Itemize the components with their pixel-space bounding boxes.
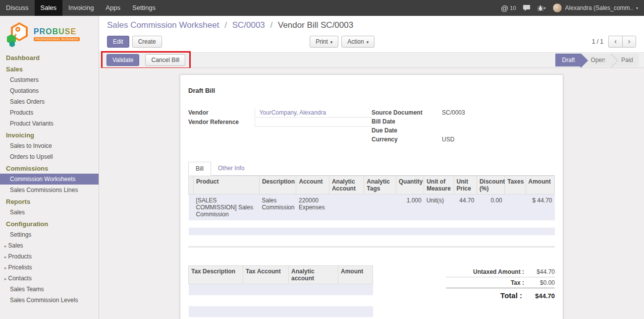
validate-button[interactable]: Validate [107,54,139,66]
column-header-analytic-tags[interactable]: Analytic Tags [364,176,396,194]
cell-unit-price: 44.70 [454,194,477,221]
cell-analytic-tags [364,194,396,221]
sidebar-item-config-sales[interactable]: ▸Sales [0,240,99,251]
total-value: $44.70 [522,292,555,300]
topbar-menu-apps[interactable]: Apps [100,0,126,16]
expand-caret-icon: ▸ [4,244,7,249]
sidebar-item-reports-sales[interactable]: Sales [0,207,99,218]
pager-next-button[interactable]: › [622,36,636,48]
totals-block: Untaxed Amount : $44.70 Tax : $0.00 Tota… [446,265,555,301]
print-button[interactable]: Print▾ [310,36,338,48]
column-header-account[interactable]: Account [296,176,329,194]
sidebar-item-sales-teams[interactable]: Sales Teams [0,284,99,295]
probuse-hexagon-icon [6,22,30,47]
user-menu[interactable]: Alexandra (Sales_comm.. ▾ [552,3,638,13]
main-content: Sales Commission Worksheet / SC/0003 / V… [99,16,644,319]
sidebar-item-sales-commissions-lines[interactable]: Sales Commissions Lines [0,185,99,195]
form-sheet: Draft Bill Vendor YourCompany, Alexandra… [180,74,563,319]
bill-date-value [442,117,555,126]
sidebar-heading-commissions[interactable]: Commissions [0,162,99,174]
column-header-uom[interactable]: Unit of Measure [424,176,454,194]
invoice-line-row[interactable]: [SALES COMMISSION] Sales Commission Sale… [189,194,555,221]
mentions-button[interactable]: @ 10 [501,4,516,12]
sidebar-item-sales-to-invoice[interactable]: Sales to Invoice [0,140,99,151]
topbar-menu-sales[interactable]: Sales [35,0,63,16]
systray: @ 10 ▾ Alexandra (Sales_comm.. ▾ [501,0,644,16]
cancel-bill-button[interactable]: Cancel Bill [145,54,185,66]
column-header-analytic-account[interactable]: Analytic Account [329,176,364,194]
vendor-reference-label: Vendor Reference [188,118,255,127]
chevron-down-icon: ▾ [636,6,638,10]
topbar-menu-invoicing[interactable]: Invoicing [62,0,100,16]
column-header-discount[interactable]: Discount (%) [477,176,504,194]
sidebar-item-orders-to-upsell[interactable]: Orders to Upsell [0,151,99,162]
create-button[interactable]: Create [132,36,162,48]
currency-label: Currency [372,135,442,144]
bottom-section: Tax Description Tax Account Analytic acc… [188,265,555,317]
vendor-reference-value [255,118,372,127]
topbar-menu-discuss[interactable]: Discuss [0,0,35,16]
tax-header-row: Tax Description Tax Account Analytic acc… [189,266,373,284]
tab-bill[interactable]: Bill [188,162,211,176]
debug-menu-button[interactable]: ▾ [537,5,546,11]
cell-quantity: 1.000 [396,194,424,221]
topbar-menu-settings[interactable]: Settings [126,0,161,16]
row-handle [189,194,194,221]
source-document-value: SC/0003 [442,108,555,117]
sidebar-item-commission-worksheets[interactable]: Commission Worksheets [0,174,99,185]
column-header-tax-description[interactable]: Tax Description [189,266,243,284]
vendor-link[interactable]: YourCompany, Alexandra [259,109,326,116]
sidebar-item-quotations[interactable]: Quotations [0,85,99,96]
messages-button[interactable] [523,4,531,11]
expand-caret-icon: ▸ [4,276,7,281]
cell-product: [SALES COMMISSION] Sales Commission [194,194,260,221]
column-header-product[interactable]: Product [194,176,260,194]
breadcrumb-link-worksheets[interactable]: Sales Commission Worksheet [107,20,219,30]
untaxed-amount-value: $44.70 [524,268,555,275]
sidebar-item-products[interactable]: Products [0,107,99,118]
form-scroll-area: Draft Bill Vendor YourCompany, Alexandra… [99,68,644,319]
sidebar-heading-configuration[interactable]: Configuration [0,218,99,229]
empty-row [189,306,373,317]
empty-row [189,220,555,228]
column-header-quantity[interactable]: Quantity [396,176,424,194]
sidebar-heading-invoicing[interactable]: Invoicing [0,129,99,140]
sidebar-item-customers[interactable]: Customers [0,74,99,85]
sidebar-item-config-settings[interactable]: Settings [0,229,99,240]
sidebar-item-sales-orders[interactable]: Sales Orders [0,96,99,107]
sidebar-heading-dashboard[interactable]: Dashboard [0,52,99,63]
edit-button[interactable]: Edit [107,36,129,48]
user-name: Alexandra (Sales_comm.. [565,4,633,11]
cell-account: 220000 Expenses [296,194,329,221]
action-button[interactable]: Action▾ [341,36,375,48]
sidebar-item-config-contacts[interactable]: ▸Contacts [0,273,99,284]
breadcrumb-link-sc0003[interactable]: SC/0003 [232,20,265,30]
sidebar-item-product-variants[interactable]: Product Variants [0,118,99,129]
column-header-description[interactable]: Description [259,176,296,194]
sidebar-item-sales-commission-levels[interactable]: Sales Commission Levels [0,295,99,306]
sidebar-heading-sales[interactable]: Sales [0,63,99,74]
state-draft[interactable]: Draft [555,54,581,66]
column-header-amount[interactable]: Amount [526,176,554,194]
button-row: Edit Create Print▾ Action▾ 1 / 1 ‹ › [107,36,636,48]
secondary-menu: Dashboard Sales Customers Quotations Sal… [0,52,99,306]
column-header-unit-price[interactable]: Unit Price [454,176,477,194]
column-header-tax-analytic-account[interactable]: Analytic account [289,266,338,284]
mention-count: 10 [510,5,516,11]
sidebar-heading-reports[interactable]: Reports [0,195,99,207]
column-header-tax-amount[interactable]: Amount [338,266,373,284]
group-separator [188,246,555,248]
vendor-label: Vendor [188,108,255,118]
currency-value: USD [442,135,555,144]
tax-lines-table: Tax Description Tax Account Analytic acc… [188,265,373,317]
sidebar-item-config-pricelists[interactable]: ▸Pricelists [0,262,99,273]
tab-other-info[interactable]: Other Info [211,162,251,175]
notebook: Bill Other Info [188,162,555,235]
column-header-taxes[interactable]: Taxes [505,176,526,194]
pager-previous-button[interactable]: ‹ [608,36,622,48]
field-group: Vendor YourCompany, Alexandra Vendor Ref… [188,108,555,144]
column-header-tax-account[interactable]: Tax Account [243,266,289,284]
invoice-lines-table: Product Description Account Analytic Acc… [188,176,555,235]
untaxed-amount-label: Untaxed Amount : [473,268,524,275]
sidebar-item-config-products[interactable]: ▸Products [0,251,99,262]
